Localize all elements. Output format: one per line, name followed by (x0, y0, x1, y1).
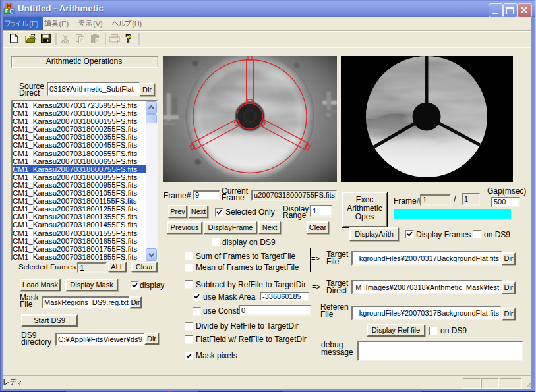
svg-text:(F): (F) (29, 20, 38, 28)
svg-text:(V): (V) (93, 20, 103, 28)
svg-text:(E): (E) (59, 20, 69, 28)
svg-text:?: ? (125, 32, 132, 45)
svg-text:(H): (H) (132, 20, 142, 28)
